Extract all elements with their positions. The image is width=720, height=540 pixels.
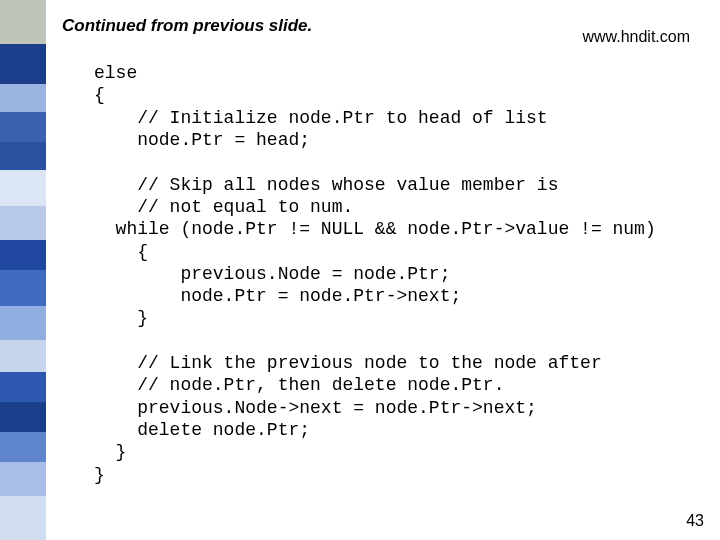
sidebar-stripe xyxy=(0,0,46,44)
code-line: else xyxy=(94,63,137,83)
page-number: 43 xyxy=(686,512,704,530)
code-line: // node.Ptr, then delete node.Ptr. xyxy=(94,375,504,395)
code-line: } xyxy=(94,465,105,485)
sidebar-stripe xyxy=(0,432,46,462)
sidebar-stripe xyxy=(0,270,46,306)
code-line: node.Ptr = head; xyxy=(94,130,310,150)
sidebar-stripe xyxy=(0,372,46,402)
sidebar-stripe xyxy=(0,340,46,372)
code-line: { xyxy=(94,242,148,262)
code-line: // not equal to num. xyxy=(94,197,353,217)
code-line: previous.Node->next = node.Ptr->next; xyxy=(94,398,537,418)
code-line: node.Ptr = node.Ptr->next; xyxy=(94,286,461,306)
site-url: www.hndit.com xyxy=(582,28,690,46)
code-block: else { // Initialize node.Ptr to head of… xyxy=(94,62,656,486)
slide-continuation-header: Continued from previous slide. xyxy=(62,16,312,36)
code-line: // Initialize node.Ptr to head of list xyxy=(94,108,548,128)
sidebar-stripe xyxy=(0,402,46,432)
sidebar-stripe xyxy=(0,306,46,340)
code-line: delete node.Ptr; xyxy=(94,420,310,440)
code-line: // Link the previous node to the node af… xyxy=(94,353,602,373)
sidebar-stripe xyxy=(0,170,46,206)
sidebar-stripe xyxy=(0,112,46,142)
code-line: // Skip all nodes whose value member is xyxy=(94,175,558,195)
sidebar-stripe xyxy=(0,206,46,240)
sidebar-stripe xyxy=(0,240,46,270)
sidebar-stripe xyxy=(0,142,46,170)
sidebar-stripe xyxy=(0,496,46,540)
sidebar-stripe xyxy=(0,44,46,84)
code-line: while (node.Ptr != NULL && node.Ptr->val… xyxy=(94,219,656,239)
code-line: } xyxy=(94,308,148,328)
code-line: { xyxy=(94,85,105,105)
sidebar-stripe xyxy=(0,84,46,112)
slide: Continued from previous slide. www.hndit… xyxy=(0,0,720,540)
decorative-sidebar xyxy=(0,0,46,540)
sidebar-stripe xyxy=(0,462,46,496)
code-line: } xyxy=(94,442,126,462)
code-line: previous.Node = node.Ptr; xyxy=(94,264,450,284)
